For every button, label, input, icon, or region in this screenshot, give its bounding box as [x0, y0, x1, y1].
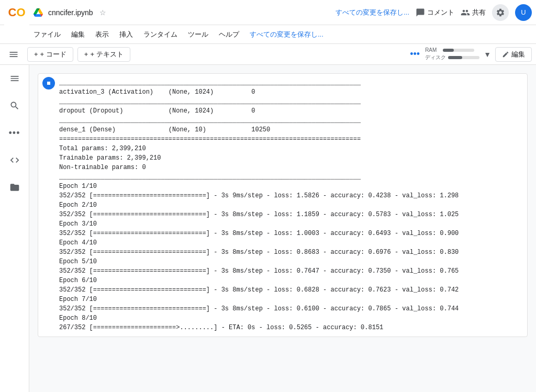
search-icon: [9, 100, 20, 111]
stop-icon: [46, 80, 52, 86]
menu-file[interactable]: ファイル: [29, 28, 65, 41]
share-icon: [461, 8, 470, 17]
ram-bar-fill: [443, 49, 454, 52]
menu-bar: ファイル 編集 表示 挿入 ランタイム ツール ヘルプ すべての変更を保存し..…: [0, 25, 536, 44]
colab-logo: CO: [4, 0, 29, 25]
notebook-area[interactable]: ________________________________________…: [29, 65, 536, 392]
output-line: dense_1 (Dense) (None, 10) 10250: [59, 125, 523, 135]
menu-help[interactable]: ヘルプ: [215, 28, 243, 41]
disk-bar-bg: [448, 56, 479, 59]
sidebar-search-icon[interactable]: [5, 96, 24, 115]
ram-label: RAM: [425, 47, 441, 53]
add-text-button[interactable]: + + テキスト: [77, 47, 130, 62]
edit-button[interactable]: 編集: [495, 47, 532, 62]
menu-edit[interactable]: 編集: [67, 28, 89, 41]
top-bar-actions: すべての変更を保存し... コメント 共有 U: [336, 4, 532, 21]
output-line: ________________________________________…: [59, 116, 523, 125]
save-link[interactable]: すべての変更を保存し...: [336, 8, 409, 17]
notebook-title: cnncifer.ipynb: [48, 8, 93, 17]
add-code-button[interactable]: + + コード: [27, 47, 73, 62]
comment-button[interactable]: コメント: [416, 8, 454, 17]
output-line: 352/352 [==============================]…: [59, 285, 523, 295]
output-line: ________________________________________…: [59, 78, 523, 87]
output-line: 352/352 [==============================]…: [59, 229, 523, 238]
sidebar: •••: [0, 65, 29, 392]
output-line: 352/352 [==============================]…: [59, 266, 523, 276]
plus-text-icon: +: [84, 50, 88, 58]
cell-output: ________________________________________…: [59, 74, 527, 337]
output-line: Epoch 6/10: [59, 276, 523, 285]
output-line: 352/352 [==============================]…: [59, 191, 523, 200]
gear-icon: [496, 8, 505, 17]
drive-icon: [34, 8, 43, 17]
disk-label: ディスク: [425, 54, 446, 61]
code-icon: [9, 155, 20, 165]
output-line: 352/352 [==============================]…: [59, 304, 523, 313]
hamburger-button[interactable]: [4, 45, 23, 64]
output-line: Trainable params: 2,399,210: [59, 153, 523, 163]
output-line: 352/352 [==============================]…: [59, 248, 523, 257]
output-line: 267/352 [======================>........…: [59, 323, 523, 332]
output-line: Epoch 5/10: [59, 257, 523, 266]
menu-view[interactable]: 表示: [91, 28, 113, 41]
output-line: Total params: 2,399,210: [59, 144, 523, 153]
main-content: ••• ____________________________________…: [0, 65, 536, 392]
output-line: Non-trainable params: 0: [59, 163, 523, 172]
cell-gutter: [38, 74, 59, 337]
pencil-icon: [502, 51, 509, 58]
output-line: ========================================…: [59, 135, 523, 144]
cell-run-button[interactable]: [42, 77, 55, 89]
output-line: dropout (Dropout) (None, 1024) 0: [59, 106, 523, 116]
dropdown-icon[interactable]: ▼: [484, 50, 491, 59]
ram-disk-indicator: RAM ディスク: [425, 47, 479, 61]
settings-button[interactable]: [492, 4, 509, 21]
output-line: Epoch 2/10: [59, 200, 523, 210]
output-line: Epoch 1/10: [59, 182, 523, 191]
sidebar-code-icon[interactable]: [5, 151, 24, 170]
menu-tools[interactable]: ツール: [184, 28, 213, 41]
dots-icon: •••: [9, 128, 20, 139]
output-line: Epoch 8/10: [59, 313, 523, 323]
disk-bar-fill: [448, 56, 462, 59]
save-all-link[interactable]: すべての変更を保存し...: [245, 28, 328, 41]
menu-runtime[interactable]: ランタイム: [139, 28, 182, 41]
output-line: Epoch 7/10: [59, 295, 523, 304]
sidebar-files-icon[interactable]: [5, 178, 24, 197]
ram-bar-bg: [443, 49, 474, 52]
output-line: Epoch 3/10: [59, 219, 523, 229]
status-dots: •••: [410, 49, 420, 60]
folder-icon: [9, 182, 20, 193]
output-line: Epoch 4/10: [59, 238, 523, 248]
menu-icon: [9, 73, 20, 84]
plus-code-icon: +: [34, 50, 38, 58]
menu-insert[interactable]: 挿入: [115, 28, 137, 41]
output-cell: ________________________________________…: [38, 73, 528, 337]
output-line: 352/352 [==============================]…: [59, 210, 523, 219]
output-line: ________________________________________…: [59, 172, 523, 182]
sidebar-menu-icon[interactable]: [5, 69, 24, 88]
output-line: activation_3 (Activation) (None, 1024) 0: [59, 87, 523, 97]
comment-icon: [416, 8, 425, 17]
top-bar: CO cnncifer.ipynb ☆ すべての変更を保存し... コメント 共…: [0, 0, 536, 25]
user-avatar[interactable]: U: [515, 4, 532, 21]
sidebar-more-icon[interactable]: •••: [5, 124, 24, 142]
output-line: ________________________________________…: [59, 97, 523, 106]
toolbar: + + コード + + テキスト ••• RAM ディスク ▼ 編集: [0, 44, 536, 65]
star-icon[interactable]: ☆: [99, 8, 106, 17]
share-button[interactable]: 共有: [461, 8, 486, 17]
hamburger-icon: [8, 49, 19, 60]
